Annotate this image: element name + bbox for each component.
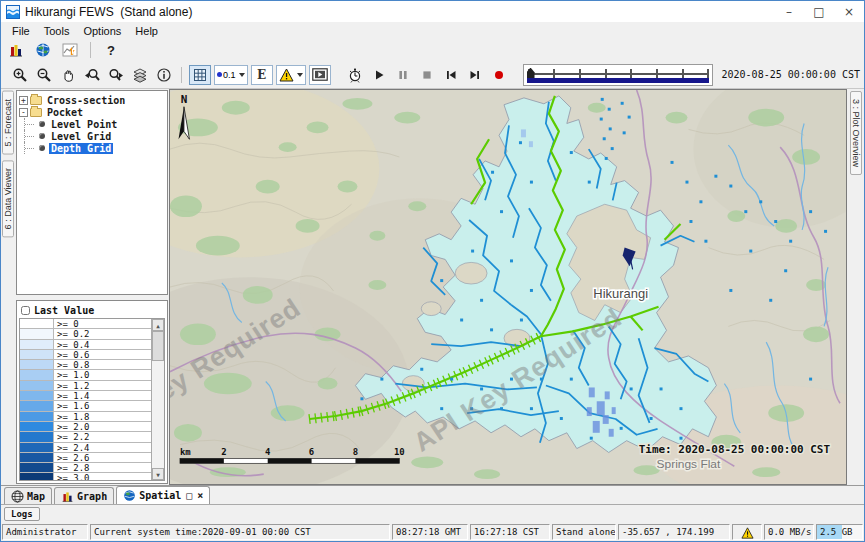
dot-icon (39, 133, 45, 139)
last-value-checkbox[interactable] (21, 306, 30, 315)
step-forward-button[interactable] (465, 65, 486, 85)
menu-tools[interactable]: Tools (37, 24, 77, 38)
map-canvas[interactable]: Hikurangi Springs Flat API Key Required … (170, 90, 846, 484)
status-system-time: Current system time:2020-09-01 00:00 CST (90, 524, 390, 540)
tree-item[interactable]: Level Point (18, 118, 166, 130)
legend-label: >= 0.4 (54, 340, 90, 349)
menu-bar: File Tools Options Help (1, 22, 864, 39)
tab-logs[interactable]: Logs (4, 507, 40, 521)
collapse-icon[interactable]: - (19, 108, 28, 117)
grid-button[interactable] (189, 65, 211, 85)
menu-file[interactable]: File (5, 24, 37, 38)
globe-icon (123, 489, 136, 502)
tab-forecast[interactable]: 5 : Forecast (2, 91, 14, 155)
svg-text:2: 2 (221, 447, 226, 457)
legend-row: >= 0.6 (20, 350, 151, 360)
svg-text:4: 4 (265, 447, 270, 457)
explorer-tree[interactable]: +Cross-section-PocketLevel PointLevel Gr… (16, 90, 168, 295)
legend-label: >= 0.2 (54, 329, 90, 338)
legend-row: >= 2.2 (20, 432, 151, 442)
scroll-thumb[interactable] (152, 331, 164, 361)
tree-item-label[interactable]: Level Grid (49, 131, 113, 142)
tab-map[interactable]: Map (4, 487, 52, 504)
tree-item[interactable]: +Cross-section (18, 94, 166, 106)
last-value-checkbox-row[interactable]: Last Value (19, 303, 165, 318)
legend-scrollbar[interactable]: ▲ ▼ (151, 319, 164, 480)
legend-row: >= 2.6 (20, 453, 151, 463)
layers-icon[interactable] (129, 65, 150, 85)
expand-icon[interactable]: + (19, 96, 28, 105)
zoom-next-icon[interactable] (105, 65, 126, 85)
map-display-globe-icon[interactable] (32, 40, 53, 60)
tree-connector (24, 118, 37, 130)
record-button[interactable] (489, 65, 510, 85)
pan-hand-icon[interactable] (57, 65, 78, 85)
legend-swatch (20, 340, 54, 349)
minimize-button[interactable]: – (774, 1, 804, 22)
tree-item-label[interactable]: Pocket (45, 107, 85, 118)
legend-label: >= 1.2 (54, 381, 90, 390)
tree-item[interactable]: -Pocket (18, 106, 166, 118)
close-button[interactable]: × (834, 1, 864, 22)
legend-button[interactable]: E (251, 65, 273, 85)
tree-item-label[interactable]: Level Point (49, 119, 119, 130)
tree-connector (24, 142, 37, 154)
tree-item[interactable]: Depth Grid (18, 142, 166, 154)
scroll-down-icon[interactable]: ▼ (152, 468, 164, 480)
play-button[interactable] (369, 65, 390, 85)
tab-plot-overview[interactable]: 3 : Plot Overview (850, 91, 862, 175)
legend-row: >= 0.2 (20, 329, 151, 339)
menu-options[interactable]: Options (76, 24, 128, 38)
legend-label: >= 2.0 (54, 422, 90, 431)
legend-row: >= 2.0 (20, 422, 151, 432)
zoom-previous-icon[interactable] (81, 65, 102, 85)
legend-swatch (20, 453, 54, 462)
warning-dropdown-button[interactable] (276, 65, 306, 85)
tab-graph[interactable]: Graph (54, 487, 114, 504)
menu-help[interactable]: Help (128, 24, 165, 38)
tree-item-label[interactable]: Depth Grid (49, 143, 113, 154)
maximize-panel-icon[interactable]: □ (186, 490, 192, 501)
animation-clock-icon[interactable] (345, 65, 366, 85)
legend-swatch (20, 412, 54, 421)
tree-item[interactable]: Level Grid (18, 130, 166, 142)
legend-row: >= 2.4 (20, 443, 151, 453)
app-logo-icon (6, 5, 20, 19)
maximize-button[interactable]: □ (804, 1, 834, 22)
legend-swatch (20, 319, 54, 328)
spatial-display-icon[interactable] (59, 40, 80, 60)
label-dot-icon (217, 72, 222, 77)
step-backward-button[interactable] (441, 65, 462, 85)
info-icon[interactable] (153, 65, 174, 85)
legend-label: >= 1.0 (54, 370, 90, 379)
help-button[interactable]: ? (101, 43, 121, 58)
legend-label: >= 1.4 (54, 391, 90, 400)
bar-chart-display-icon[interactable] (5, 40, 26, 60)
town-label: Hikurangi (593, 286, 648, 301)
tab-spatial[interactable]: Spatial □ × (116, 486, 210, 504)
movie-export-button[interactable] (309, 65, 331, 85)
label-threshold-button[interactable]: 0.1 (214, 65, 248, 85)
legend-label: >= 1.8 (54, 412, 90, 421)
legend-row: >= 3.0 (20, 473, 151, 480)
tab-data-viewer[interactable]: 6 : Data Viewer (2, 160, 14, 237)
status-warning-cell[interactable] (732, 524, 762, 540)
left-tab-strip: 5 : Forecast 6 : Data Viewer (1, 89, 15, 485)
legend-label: >= 0 (54, 319, 79, 328)
tree-connector (24, 130, 37, 142)
legend-row: >= 0.4 (20, 340, 151, 350)
timeline-slider[interactable] (523, 64, 713, 86)
map-panel: Hikurangi Springs Flat API Key Required … (169, 89, 847, 485)
zoom-in-icon[interactable] (9, 65, 30, 85)
svg-text:6: 6 (309, 447, 314, 457)
pause-button[interactable] (393, 65, 414, 85)
stop-button[interactable] (417, 65, 438, 85)
zoom-out-icon[interactable] (33, 65, 54, 85)
legend-label: >= 2.4 (54, 443, 90, 452)
tree-item-label[interactable]: Cross-section (45, 95, 127, 106)
legend-rows: >= 0>= 0.2>= 0.4>= 0.6>= 0.8>= 1.0>= 1.2… (20, 319, 151, 480)
legend-swatch (20, 463, 54, 472)
folder-icon (30, 96, 42, 105)
scroll-up-icon[interactable]: ▲ (152, 319, 164, 331)
close-panel-icon[interactable]: × (197, 490, 203, 501)
